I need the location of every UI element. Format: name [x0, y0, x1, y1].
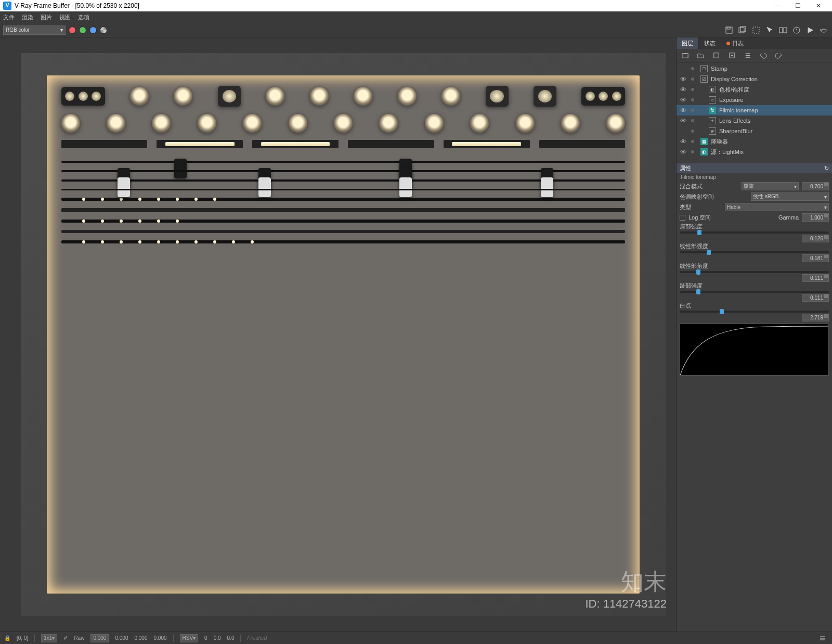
eye-icon[interactable]: 👁: [679, 86, 688, 94]
layer-row[interactable]: #Sharpen/Blur: [677, 126, 832, 136]
eyedropper-icon[interactable]: ✐: [63, 635, 68, 641]
menu-options[interactable]: 选项: [78, 14, 89, 21]
lock-icon[interactable]: 🔒: [4, 635, 10, 641]
save-icon[interactable]: [724, 25, 734, 35]
log-indicator-icon: [726, 42, 730, 45]
toe-input[interactable]: 0.111: [802, 294, 829, 302]
layer-label: Filmic tonemap: [719, 107, 758, 113]
status-text: Finished: [247, 635, 267, 641]
side-tabs: 图层 状态 日志: [677, 37, 832, 49]
layer-row[interactable]: □Stamp: [677, 63, 832, 74]
eye-icon[interactable]: 👁: [679, 107, 688, 114]
compare-icon[interactable]: [778, 25, 788, 35]
layer-label: Stamp: [711, 66, 727, 72]
render-frame: [21, 53, 666, 616]
menu-render[interactable]: 渲染: [22, 14, 33, 21]
side-toolbar: [677, 49, 832, 62]
channel-select-value: RGB color: [6, 27, 30, 33]
layer-row[interactable]: 👁▦降噪器: [677, 136, 832, 147]
properties-subtitle: Filmic tonemap: [677, 173, 832, 181]
layer-list: □Stamp👁☑Display Correction👁◐色相/饱和度👁☼Expo…: [677, 62, 832, 158]
layer-row[interactable]: 👁◐色相/饱和度: [677, 84, 832, 95]
layer-dot-icon: [691, 88, 694, 91]
white-input[interactable]: 2.719: [802, 314, 829, 321]
load-preset-icon[interactable]: [726, 50, 737, 61]
zoom-select[interactable]: 1x1 ▾: [41, 634, 57, 642]
toe-slider[interactable]: [680, 291, 829, 293]
blend-amount-input[interactable]: 0.700: [802, 182, 829, 190]
layer-dot-icon: [691, 67, 694, 70]
minimize-button[interactable]: —: [766, 0, 787, 11]
status-bar: 🔒 [0, 0] 1x1 ▾ ✐ Raw 0.000 0.000 0.000 0…: [0, 632, 832, 644]
menu-image[interactable]: 图片: [41, 14, 52, 21]
red-channel-button[interactable]: [69, 27, 76, 34]
gamma-input[interactable]: 1.000: [802, 213, 829, 222]
menu-view[interactable]: 视图: [59, 14, 71, 21]
hsv-select[interactable]: HSV ▾: [180, 634, 199, 642]
eye-icon[interactable]: 👁: [679, 96, 688, 104]
render-icon[interactable]: [805, 25, 815, 35]
save-all-icon[interactable]: [737, 25, 748, 35]
svg-rect-6: [784, 28, 787, 33]
linear-angle-input[interactable]: 0.111: [802, 274, 829, 282]
linear-strength-input[interactable]: 0.181: [802, 254, 829, 262]
tonemap-curve: [680, 324, 829, 376]
white-label: 白点: [677, 302, 832, 310]
main-toolbar: RGB color▾: [0, 23, 832, 37]
layer-type-icon: +: [709, 117, 716, 124]
region-render-icon[interactable]: [751, 25, 761, 35]
shoulder-slider[interactable]: [680, 231, 829, 234]
expand-panel-icon[interactable]: [817, 633, 828, 643]
raw-r-input[interactable]: 0.000: [90, 634, 109, 642]
maximize-button[interactable]: ☐: [787, 0, 808, 11]
tab-layers[interactable]: 图层: [677, 37, 699, 49]
tab-log[interactable]: 日志: [721, 37, 749, 49]
layer-label: Sharpen/Blur: [719, 128, 752, 134]
colorspace-label: 色调映射空间: [680, 193, 748, 201]
shoulder-label: 肩部强度: [677, 223, 832, 230]
linear-strength-slider[interactable]: [680, 251, 829, 253]
layer-row[interactable]: 👁◐源：LightMix: [677, 147, 832, 157]
close-button[interactable]: ✕: [808, 0, 829, 11]
blue-channel-button[interactable]: [89, 27, 97, 34]
blend-mode-select[interactable]: 覆盖▾: [742, 182, 799, 190]
channel-select[interactable]: RGB color▾: [3, 25, 66, 35]
eye-icon[interactable]: 👁: [679, 117, 688, 125]
layer-dot-icon: [691, 119, 694, 122]
shoulder-input[interactable]: 0.126: [802, 235, 829, 242]
eye-icon[interactable]: 👁: [679, 75, 688, 83]
alpha-channel-button[interactable]: [100, 27, 107, 34]
new-layer-icon[interactable]: [680, 50, 690, 61]
white-slider[interactable]: [680, 311, 829, 313]
history-icon[interactable]: [791, 25, 802, 35]
eye-icon[interactable]: 👁: [679, 138, 688, 146]
type-select[interactable]: Hable▾: [725, 203, 829, 211]
pick-icon[interactable]: [764, 25, 775, 35]
undo-icon[interactable]: [758, 50, 768, 61]
teapot-icon[interactable]: [818, 25, 829, 35]
hsv-h-value: 0: [204, 635, 207, 641]
tab-state[interactable]: 状态: [699, 37, 721, 49]
folder-icon[interactable]: [695, 50, 706, 61]
layer-row[interactable]: 👁+Lens Effects: [677, 115, 832, 126]
render-viewport[interactable]: 知末 ID: 1142743122: [0, 37, 676, 632]
redo-icon[interactable]: [773, 50, 784, 61]
layer-row[interactable]: 👁fcFilmic tonemap: [677, 105, 832, 115]
log-space-label: Log 空间: [688, 214, 775, 222]
linear-angle-slider[interactable]: [680, 271, 829, 273]
type-label: 类型: [680, 203, 722, 211]
render-image: [47, 75, 640, 593]
layer-type-icon: □: [700, 65, 708, 72]
list-icon[interactable]: [742, 50, 752, 61]
eye-icon[interactable]: 👁: [679, 148, 688, 156]
save-preset-icon[interactable]: [711, 50, 721, 61]
log-space-checkbox[interactable]: [680, 215, 685, 221]
layer-dot-icon: [691, 78, 694, 81]
refresh-icon[interactable]: ↻: [824, 165, 829, 172]
colorspace-select[interactable]: 线性 sRGB▾: [751, 192, 829, 201]
title-bar: V V-Ray Frame Buffer - [50.0% of 2530 x …: [0, 0, 832, 11]
green-channel-button[interactable]: [79, 27, 86, 34]
layer-row[interactable]: 👁☑Display Correction: [677, 74, 832, 84]
menu-file[interactable]: 文件: [3, 14, 15, 21]
layer-row[interactable]: 👁☼Exposure: [677, 95, 832, 105]
